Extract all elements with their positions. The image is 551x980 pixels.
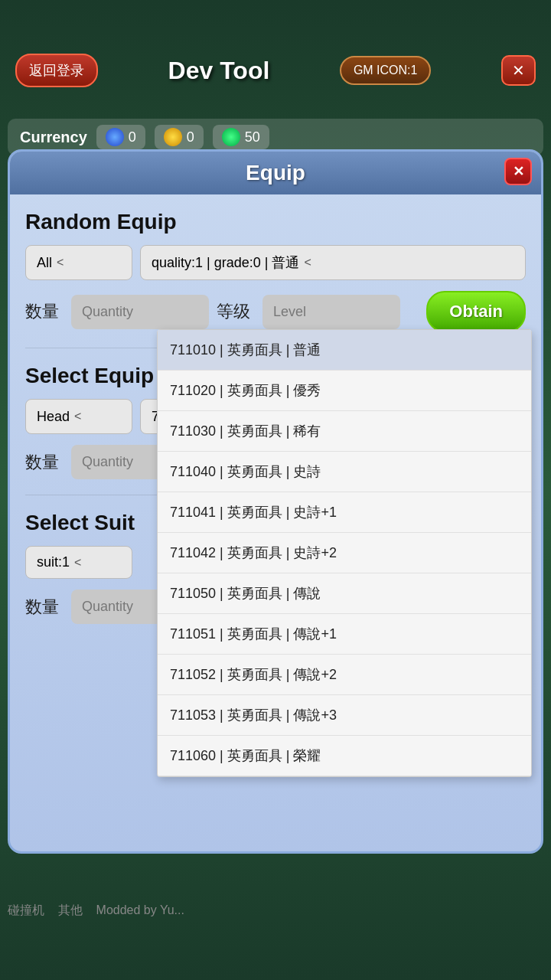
- return-button[interactable]: 返回登录: [15, 54, 98, 87]
- gold-coin-icon: [164, 128, 182, 146]
- head-dropdown-value: Head: [37, 409, 70, 425]
- currency-item-1: 0: [96, 125, 145, 149]
- quantity-label-1: 数量: [25, 300, 64, 323]
- dropdown-list-item[interactable]: 711010 | 英勇面具 | 普通: [158, 330, 531, 371]
- suit-dropdown[interactable]: suit:1 <: [25, 546, 132, 579]
- bottom-label-2: 其他: [58, 903, 83, 916]
- modal-close-button[interactable]: ✕: [504, 158, 532, 185]
- suit-dropdown-value: suit:1: [37, 554, 70, 570]
- currency-item-2: 0: [155, 125, 204, 149]
- dropdown-list-item[interactable]: 711020 | 英勇面具 | 優秀: [158, 371, 531, 411]
- modal-title: Equip: [246, 161, 305, 185]
- all-dropdown[interactable]: All <: [25, 245, 132, 280]
- currency-value-1: 0: [129, 129, 136, 145]
- all-dropdown-chevron: <: [57, 256, 64, 270]
- quantity-input-1[interactable]: [71, 295, 209, 329]
- obtain-button[interactable]: Obtain: [426, 291, 526, 332]
- random-equip-title: Random Equip: [25, 210, 526, 234]
- top-close-button[interactable]: ✕: [501, 55, 536, 86]
- level-input[interactable]: [262, 295, 400, 329]
- dropdown-list-item[interactable]: 711051 | 英勇面具 | 傳說+1: [158, 614, 531, 655]
- dropdown-list-item[interactable]: 711052 | 英勇面具 | 傳說+2: [158, 655, 531, 695]
- quantity-label-2: 数量: [25, 451, 64, 474]
- quality-dropdown-chevron: <: [304, 256, 311, 270]
- dropdown-list-item[interactable]: 711042 | 英勇面具 | 史詩+2: [158, 533, 531, 573]
- dev-tool-title: Dev Tool: [168, 57, 270, 85]
- currency-value-2: 0: [187, 129, 194, 145]
- dropdown-list-item[interactable]: 711050 | 英勇面具 | 傳說: [158, 573, 531, 614]
- dropdown-list-item[interactable]: 711053 | 英勇面具 | 傳說+3: [158, 695, 531, 736]
- gm-icon-button[interactable]: GM ICON:1: [340, 56, 432, 85]
- bottom-labels: 碰撞机 其他 Modded by Yu...: [8, 903, 184, 919]
- head-dropdown[interactable]: Head <: [25, 399, 132, 434]
- dropdown-list-item[interactable]: 711041 | 英勇面具 | 史詩+1: [158, 492, 531, 533]
- bottom-label-1: 碰撞机: [8, 903, 44, 916]
- random-equip-input-row: 数量 等级 Obtain: [25, 291, 526, 332]
- bottom-label-3: Modded by Yu...: [96, 903, 184, 916]
- suit-dropdown-chevron: <: [74, 556, 81, 570]
- green-gem-icon: [222, 128, 240, 146]
- modal-header: Equip ✕: [10, 152, 541, 194]
- currency-value-3: 50: [245, 129, 260, 145]
- level-label: 等级: [217, 300, 255, 323]
- random-equip-dropdown-row: All < quality:1 | grade:0 | 普通 <: [25, 245, 526, 280]
- currency-label: Currency: [20, 129, 87, 146]
- currency-item-3: 50: [213, 125, 269, 149]
- item-dropdown-list[interactable]: 711010 | 英勇面具 | 普通711020 | 英勇面具 | 優秀7110…: [157, 329, 532, 777]
- quantity-label-3: 数量: [25, 596, 64, 619]
- quality-dropdown[interactable]: quality:1 | grade:0 | 普通 <: [140, 245, 526, 280]
- quality-dropdown-value: quality:1 | grade:0 | 普通: [152, 253, 299, 272]
- blue-gem-icon: [106, 128, 124, 146]
- head-dropdown-chevron: <: [74, 410, 81, 423]
- dropdown-list-item[interactable]: 711060 | 英勇面具 | 榮耀: [158, 736, 531, 776]
- all-dropdown-value: All: [37, 255, 52, 271]
- dropdown-list-item[interactable]: 711030 | 英勇面具 | 稀有: [158, 411, 531, 452]
- dropdown-list-item[interactable]: 711040 | 英勇面具 | 史詩: [158, 452, 531, 492]
- top-bar: 返回登录 Dev Tool GM ICON:1 ✕: [0, 54, 551, 87]
